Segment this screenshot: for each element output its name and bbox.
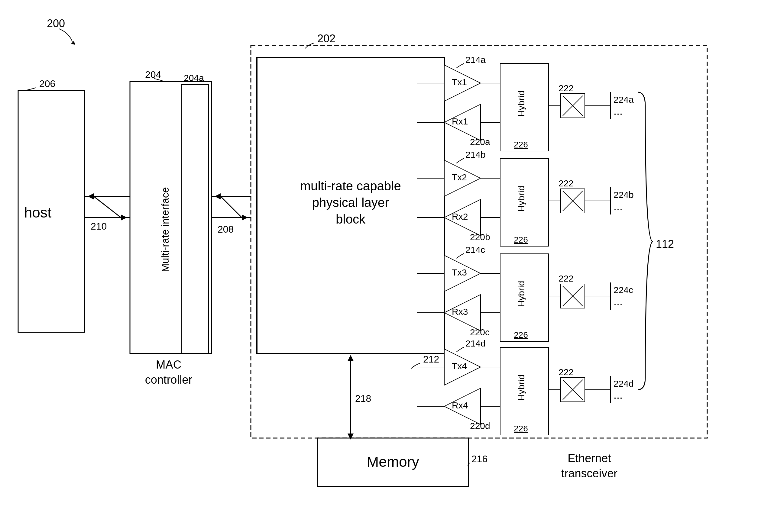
ref-208: 208	[218, 224, 234, 235]
ref-226-4: 226	[514, 424, 528, 433]
hybrid4-label: Hybrid	[516, 375, 526, 401]
ethernet-transceiver-label-1: Ethernet	[568, 452, 611, 465]
dots-3: ...	[614, 295, 623, 308]
diagram-container: 200 206 host 210 Multi-rate interface MA…	[0, 0, 774, 532]
ref-224d: 224d	[614, 379, 634, 389]
ref-214d: 214d	[466, 338, 486, 348]
mac-label-1: MAC	[156, 358, 181, 371]
host-label: host	[24, 205, 52, 221]
tx4-label: Tx4	[452, 361, 467, 371]
ref-212: 212	[423, 354, 439, 365]
ref-226-2: 226	[514, 235, 528, 244]
ref-210: 210	[91, 221, 107, 232]
ref-220b: 220b	[470, 232, 490, 242]
phy-label-2: physical layer	[312, 195, 389, 210]
ref-222-4: 222	[559, 367, 574, 377]
rx2-label: Rx2	[452, 211, 468, 221]
fig-number: 200	[47, 17, 65, 30]
dots-1: ...	[614, 105, 623, 117]
tx1-label: Tx1	[452, 77, 467, 87]
ref-220a: 220a	[470, 137, 490, 147]
ref-224a: 224a	[614, 95, 634, 105]
ref-206: 206	[39, 78, 55, 89]
ref-222-1: 222	[559, 83, 574, 93]
ref-222-3: 222	[559, 273, 574, 283]
ref-214a: 214a	[466, 55, 486, 65]
multi-rate-label: Multi-rate interface	[159, 187, 171, 272]
ref-218: 218	[355, 393, 371, 404]
ref-216: 216	[472, 453, 488, 464]
hybrid3-label: Hybrid	[516, 281, 526, 307]
tx2-label: Tx2	[452, 172, 467, 182]
ref-224b: 224b	[614, 190, 634, 200]
rx1-label: Rx1	[452, 116, 468, 126]
phy-label-1: multi-rate capable	[300, 179, 401, 193]
mac-label-2: controller	[145, 373, 192, 386]
ref-204: 204	[145, 69, 161, 80]
ref-214c: 214c	[466, 245, 485, 255]
dots-4: ...	[614, 389, 623, 401]
ref-222-2: 222	[559, 178, 574, 188]
ref-226-3: 226	[514, 330, 528, 340]
ref-204a: 204a	[184, 73, 204, 83]
dots-2: ...	[614, 200, 623, 212]
hybrid2-label: Hybrid	[516, 186, 526, 212]
phy-label-3: block	[336, 212, 366, 226]
ref-226-1: 226	[514, 140, 528, 149]
rx4-label: Rx4	[452, 400, 468, 410]
rx3-label: Rx3	[452, 307, 468, 317]
ref-220c: 220c	[470, 327, 490, 337]
ref-214b: 214b	[466, 150, 486, 160]
tx3-label: Tx3	[452, 267, 467, 277]
mac-inner-box	[181, 85, 208, 353]
memory-label: Memory	[366, 454, 419, 470]
ref-224c: 224c	[614, 285, 633, 295]
ref-112: 112	[656, 238, 674, 250]
hybrid1-label: Hybrid	[516, 91, 526, 117]
ethernet-transceiver-label-2: transceiver	[561, 467, 618, 480]
ref-220d: 220d	[470, 421, 490, 431]
ref-202: 202	[317, 32, 335, 45]
